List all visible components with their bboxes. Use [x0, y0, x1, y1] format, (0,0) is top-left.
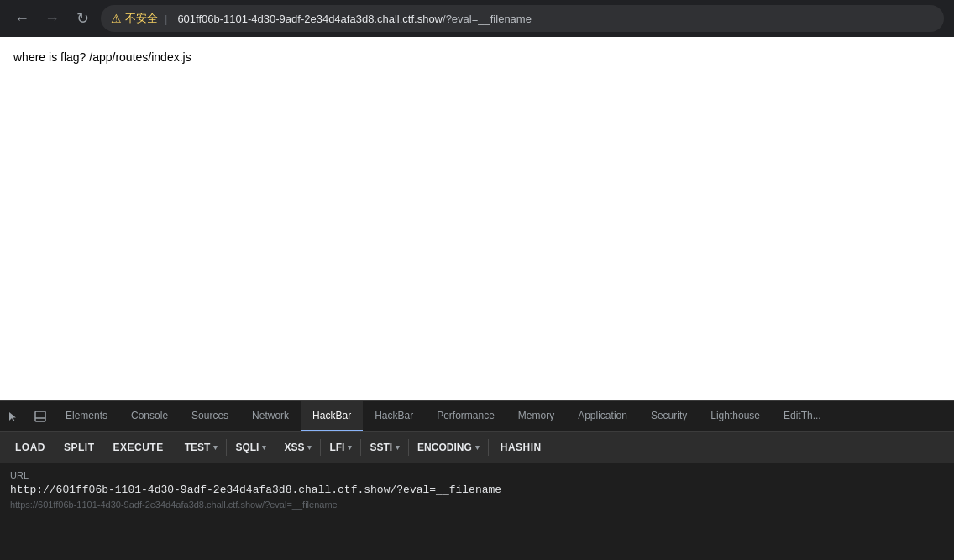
ssti-dropdown-arrow: ▾ — [396, 443, 400, 452]
dock-icon-btn[interactable] — [27, 401, 54, 432]
load-button[interactable]: LOAD — [7, 438, 54, 457]
warning-icon: ⚠ — [111, 12, 122, 25]
tab-elements[interactable]: Elements — [54, 401, 119, 432]
page-content: where is flag? /app/routes/index.js — [0, 37, 954, 400]
xss-dropdown-arrow: ▾ — [307, 443, 312, 452]
separator-5 — [360, 439, 361, 456]
url-display: 601ff06b-1101-4d30-9adf-2e34d4afa3d8.cha… — [177, 13, 934, 25]
hackbar-toolbar: LOAD SPLIT EXECUTE TEST ▾ SQLI ▾ XSS ▾ L… — [0, 432, 954, 463]
lfi-dropdown[interactable]: LFI ▾ — [324, 438, 357, 457]
page-text: where is flag? /app/routes/index.js — [13, 50, 191, 64]
xss-dropdown[interactable]: XSS ▾ — [279, 438, 317, 457]
hashin-button[interactable]: HASHIN — [492, 438, 550, 457]
address-bar[interactable]: ⚠ 不安全 | 601ff06b-1101-4d30-9adf-2e34d4af… — [101, 5, 944, 32]
reload-button[interactable]: ↻ — [71, 7, 94, 30]
tab-memory[interactable]: Memory — [506, 401, 566, 432]
tab-lighthouse[interactable]: Lighthouse — [699, 401, 772, 432]
tab-application[interactable]: Application — [566, 401, 639, 432]
tab-hackbar-active[interactable]: HackBar — [301, 401, 363, 432]
cursor-icon-btn[interactable] — [0, 401, 27, 432]
tab-security[interactable]: Security — [639, 401, 699, 432]
hackbar-url-area: URL http://601ff06b-1101-4d30-9adf-2e34d… — [0, 463, 954, 560]
back-button[interactable]: ← — [10, 7, 34, 30]
tab-performance[interactable]: Performance — [425, 401, 506, 432]
tab-sources[interactable]: Sources — [180, 401, 240, 432]
url-domain: 601ff06b-1101-4d30-9adf-2e34d4afa3d8.cha… — [177, 13, 443, 25]
test-dropdown-arrow: ▾ — [213, 443, 218, 452]
split-button[interactable]: SPLIT — [55, 438, 103, 457]
security-warning: ⚠ 不安全 | — [111, 11, 170, 26]
lfi-dropdown-arrow: ▾ — [348, 443, 352, 452]
sqli-dropdown[interactable]: SQLI ▾ — [230, 438, 271, 457]
devtools-tabbar: Elements Console Sources Network HackBar… — [0, 401, 954, 432]
url-value[interactable]: http://601ff06b-1101-4d30-9adf-2e34d4afa… — [10, 484, 944, 496]
separator-3 — [275, 439, 275, 456]
execute-button[interactable]: EXECUTE — [105, 438, 172, 457]
encoding-dropdown-arrow: ▾ — [475, 443, 480, 452]
ssti-dropdown[interactable]: SSTI ▾ — [364, 438, 405, 457]
tab-network[interactable]: Network — [240, 401, 301, 432]
sqli-dropdown-arrow: ▾ — [262, 443, 266, 452]
url-hint: https://601ff06b-1101-4d30-9adf-2e34d4af… — [10, 500, 944, 510]
separator-2 — [226, 439, 227, 456]
test-dropdown[interactable]: TEST ▾ — [180, 438, 223, 457]
svg-rect-0 — [35, 411, 45, 421]
url-label: URL — [10, 470, 944, 480]
tab-editthis[interactable]: EditTh... — [772, 401, 833, 432]
url-path: /?eval=__filename — [443, 13, 532, 25]
encoding-dropdown[interactable]: ENCODING ▾ — [412, 438, 485, 457]
separator-1 — [176, 439, 176, 456]
separator-4 — [320, 439, 321, 456]
tab-console[interactable]: Console — [119, 401, 180, 432]
tab-hackbar2[interactable]: HackBar — [363, 401, 425, 432]
devtools-panel: Elements Console Sources Network HackBar… — [0, 400, 954, 560]
forward-button[interactable]: → — [40, 7, 64, 30]
separator-7 — [488, 439, 489, 456]
browser-chrome: ← → ↻ ⚠ 不安全 | 601ff06b-1101-4d30-9adf-2e… — [0, 0, 954, 37]
separator-6 — [408, 439, 409, 456]
